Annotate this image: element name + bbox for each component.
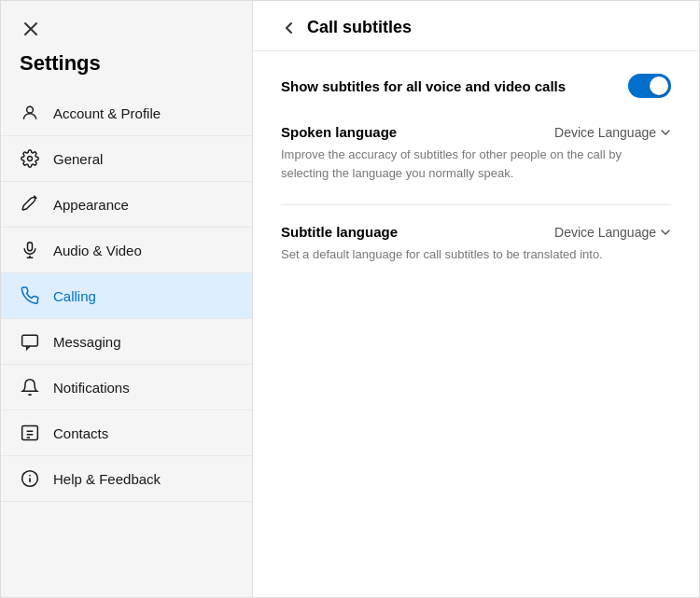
subtitle-toggle-label: Show subtitles for all voice and video c… <box>281 78 566 94</box>
divider <box>281 204 671 205</box>
subtitle-toggle-row: Show subtitles for all voice and video c… <box>281 74 671 98</box>
chevron-down-icon <box>660 127 671 138</box>
content-header: Call subtitles <box>253 1 699 51</box>
phone-icon <box>20 285 40 306</box>
sidebar-nav: Account & Profile General Appearance <box>1 90 252 598</box>
sidebar-item-calling[interactable]: Calling <box>1 273 252 319</box>
settings-title: Settings <box>1 51 252 90</box>
toggle-slider <box>628 74 671 98</box>
main-content: Call subtitles Show subtitles for all vo… <box>253 1 699 598</box>
sidebar-header <box>1 1 252 51</box>
svg-point-1 <box>28 157 33 161</box>
page-title: Call subtitles <box>307 18 412 37</box>
spoken-language-value[interactable]: Device Language <box>554 125 671 140</box>
close-button[interactable] <box>20 18 42 40</box>
spoken-language-desc: Improve the accuracy of subtitles for ot… <box>281 146 671 182</box>
subtitle-toggle[interactable] <box>628 74 671 98</box>
subtitle-language-value[interactable]: Device Language <box>554 225 671 240</box>
spoken-language-block: Spoken language Device Language Improve … <box>281 124 671 182</box>
sidebar: Settings Account & Profile General <box>1 1 253 598</box>
subtitle-language-desc: Set a default language for call subtitle… <box>281 245 671 264</box>
sidebar-item-account[interactable]: Account & Profile <box>1 90 252 136</box>
person-icon <box>20 103 40 123</box>
sidebar-item-general[interactable]: General <box>1 136 252 182</box>
sidebar-item-messaging[interactable]: Messaging <box>1 319 252 365</box>
brush-icon <box>20 194 40 215</box>
sidebar-item-contacts[interactable]: Contacts <box>1 410 252 456</box>
subtitle-language-block: Subtitle language Device Language Set a … <box>281 224 671 264</box>
mic-icon <box>20 240 40 260</box>
svg-rect-2 <box>28 243 33 251</box>
subtitle-language-label: Subtitle language <box>281 224 398 240</box>
contacts-icon <box>20 423 40 443</box>
sidebar-item-audio-video[interactable]: Audio & Video <box>1 228 252 273</box>
sidebar-item-appearance[interactable]: Appearance <box>1 182 252 228</box>
sidebar-item-help[interactable]: Help & Feedback <box>1 456 252 502</box>
message-icon <box>20 331 40 352</box>
content-body: Show subtitles for all voice and video c… <box>253 51 699 309</box>
info-icon <box>20 468 40 489</box>
back-button[interactable] <box>281 20 298 36</box>
chevron-down-icon-2 <box>660 227 671 238</box>
svg-point-0 <box>27 106 34 113</box>
svg-rect-3 <box>22 335 38 346</box>
sidebar-item-notifications[interactable]: Notifications <box>1 365 252 410</box>
bell-icon <box>20 377 40 397</box>
subtitle-language-row: Subtitle language Device Language <box>281 224 671 240</box>
spoken-language-label: Spoken language <box>281 124 397 140</box>
gear-icon <box>20 148 40 169</box>
spoken-language-row: Spoken language Device Language <box>281 124 671 140</box>
